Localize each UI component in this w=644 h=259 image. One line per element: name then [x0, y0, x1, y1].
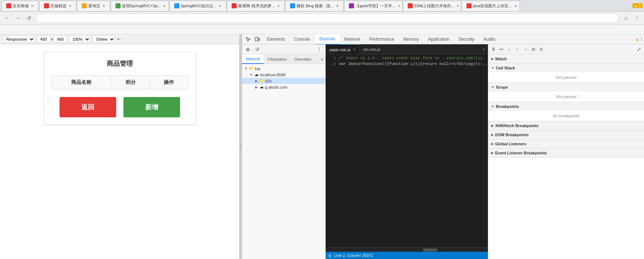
section-breakpoints-header[interactable]: ▼ Breakpoints	[488, 102, 644, 111]
scrollbar-thumb[interactable]	[423, 248, 437, 251]
horizontal-scrollbar[interactable]	[326, 247, 488, 252]
browser-tab-spring2[interactable]: SpringMVC知识点... ✕	[170, 1, 226, 11]
section-scope-header[interactable]: ▼ Scope	[488, 83, 644, 92]
warning-count: 1	[640, 37, 643, 42]
tab-sources[interactable]: Sources	[315, 34, 340, 44]
tab-application[interactable]: Application	[424, 34, 454, 44]
breakpoints-arrow: ▼	[491, 105, 494, 108]
tree-item-localhost[interactable]: ▼ ☁ localhost:8080	[242, 72, 325, 78]
tab-close-6[interactable]: ✕	[277, 4, 280, 8]
tab-close-9[interactable]: ✕	[456, 4, 459, 8]
stop-button[interactable]: ⏹	[538, 46, 545, 53]
add-button[interactable]: 新增	[123, 97, 180, 117]
tree-icon-alicdn: ☁	[259, 85, 264, 89]
tab-close-7[interactable]: ✕	[336, 4, 339, 8]
sources-expand[interactable]: ⋮	[315, 45, 324, 54]
browser-tab-ssm[interactable]: SSM上传图片并保存... ✕	[403, 1, 461, 11]
height-input[interactable]	[54, 36, 67, 43]
device-select[interactable]: Responsive	[3, 36, 35, 43]
browser-tab-taobao[interactable]: 爱淘宝 ✕	[77, 1, 110, 11]
tree-item-top[interactable]: ▼ 📁 top	[242, 65, 325, 72]
sources-panel-tabs: Network Filesystem Overrides »	[242, 54, 325, 64]
browser-tab-mooc[interactable]: 慕课网-程序员的梦... ✕	[227, 1, 285, 11]
tab-elements[interactable]: Elements	[262, 34, 290, 44]
step-button[interactable]: →	[522, 46, 529, 53]
tree-item-alicdn[interactable]: ▶ ☁ g.alicdn.com	[242, 84, 325, 90]
sources-action-2[interactable]: ↺	[253, 45, 262, 54]
xhr-arrow: ▶	[491, 124, 494, 128]
device-toolbar-button[interactable]	[253, 35, 262, 44]
browser-tab-java[interactable]: java实现图片上传至... ✕	[462, 1, 520, 11]
sources-tab-filesystem[interactable]: Filesystem	[264, 54, 290, 64]
sources-tab-more[interactable]: »	[318, 54, 325, 64]
section-breakpoints: ▼ Breakpoints No breakpoints	[488, 102, 644, 121]
xhr-label: XHR/fetch Breakpoints	[495, 124, 538, 128]
browser-tab-geek[interactable]: 【geek学院】一天学... ✕	[344, 1, 402, 11]
bookmark-button[interactable]: ☆	[621, 14, 630, 23]
debugger-expand[interactable]: ⤢	[635, 46, 643, 53]
browser-tab-jd[interactable]: 京东商城 ✕	[1, 1, 38, 11]
section-xhr-header[interactable]: ▶ XHR/fetch Breakpoints	[488, 121, 644, 130]
pretty-print-button[interactable]: {}	[329, 253, 331, 258]
step-into-button[interactable]: ↓	[506, 46, 513, 53]
action-buttons: 返回 新增	[51, 97, 188, 117]
section-event-breakpoints: ▶ Event Listener Breakpoints	[488, 149, 644, 158]
tab-close-5[interactable]: ✕	[219, 4, 221, 8]
tab-console[interactable]: Console	[290, 34, 315, 44]
browser-tab-tmall[interactable]: 天猫精选 ✕	[39, 1, 76, 11]
address-input[interactable]	[36, 13, 619, 23]
menu-button[interactable]: ⋮	[632, 14, 641, 23]
sources-action-1[interactable]: ⊕	[244, 45, 252, 54]
network-select[interactable]: Online	[93, 36, 115, 43]
editor-tab-close-zepto[interactable]: ✕	[353, 48, 356, 52]
tab-close-10[interactable]: ✕	[514, 4, 517, 8]
tab-memory[interactable]: Memory	[399, 34, 424, 44]
section-event-header[interactable]: ▶ Event Listener Breakpoints	[488, 149, 644, 157]
step-over-button[interactable]: ↩	[498, 46, 505, 53]
step-out-button[interactable]: ↑	[514, 46, 521, 53]
sources-tab-overrides[interactable]: Overrides	[290, 54, 315, 64]
tab-close-3[interactable]: ✕	[102, 4, 105, 8]
tab-security[interactable]: Security	[454, 34, 479, 44]
tab-close-2[interactable]: ✕	[69, 4, 72, 8]
forward-button[interactable]: →	[14, 14, 23, 23]
warning-badge: ▲ 1	[632, 3, 643, 8]
browser-tab-spring1[interactable]: 使用SpringMVC+Sp... ✕	[111, 1, 169, 11]
cursor-position: Line 2, Column 25071	[334, 253, 373, 258]
rotate-icon[interactable]: ↩	[117, 37, 121, 41]
editor-tab-zepto[interactable]: zepto.min.js ✕	[326, 44, 360, 54]
section-call-stack: ▼ Call Stack Not paused	[488, 64, 644, 83]
back-button[interactable]: ←	[3, 14, 12, 23]
code-content[interactable]: 1 /* Zepto v1.1.6 - zepto event ajax for…	[326, 54, 488, 247]
page-title: 商品管理	[51, 59, 188, 68]
section-call-stack-header[interactable]: ▼ Call Stack	[488, 64, 644, 72]
editor-expand[interactable]: ⤢	[480, 44, 488, 54]
section-global-header[interactable]: ▶ Global Listeners	[488, 139, 644, 148]
scope-label: Scope	[496, 85, 508, 89]
tab-audits[interactable]: Audits	[479, 34, 500, 44]
sources-tab-network[interactable]: Network	[242, 54, 264, 64]
debugger-panel: ⏸ ↩ ↓ ↑ → ⊘ ⏹ ⤢ ▶ Watch	[488, 44, 644, 259]
deactivate-breakpoints-button[interactable]: ⊘	[530, 46, 537, 53]
back-button[interactable]: 返回	[60, 97, 116, 117]
section-dom-header[interactable]: ▶ DOM Breakpoints	[488, 130, 644, 139]
refresh-button[interactable]: ↺	[25, 14, 33, 23]
tab-performance[interactable]: Performance	[365, 34, 399, 44]
brace-icon: {}	[329, 253, 331, 258]
tab-close-8[interactable]: ✕	[398, 4, 400, 8]
section-watch-header[interactable]: ▶ Watch	[488, 54, 644, 63]
inspect-element-button[interactable]	[244, 35, 252, 44]
tab-close[interactable]: ✕	[31, 4, 34, 8]
dim-separator: ×	[51, 37, 53, 41]
tab-close-4[interactable]: ✕	[163, 4, 166, 8]
section-global-listeners: ▶ Global Listeners	[488, 139, 644, 149]
tree-item-o2o[interactable]: ▶ 📁 o2o	[242, 78, 325, 84]
browser-tab-bing[interactable]: 微软 Bing 搜索 - 国... ✕	[285, 1, 343, 11]
tab-network[interactable]: Network	[340, 34, 365, 44]
zoom-select[interactable]: 100%	[69, 36, 90, 43]
tree-icon-top: 📁	[249, 66, 254, 71]
product-management-card: 商品管理 商品名称 积分 操作 返回 新增	[44, 52, 196, 125]
pause-button[interactable]: ⏸	[490, 46, 497, 53]
width-input[interactable]	[37, 36, 50, 43]
editor-tab-sm[interactable]: sm.min.js	[360, 44, 384, 54]
